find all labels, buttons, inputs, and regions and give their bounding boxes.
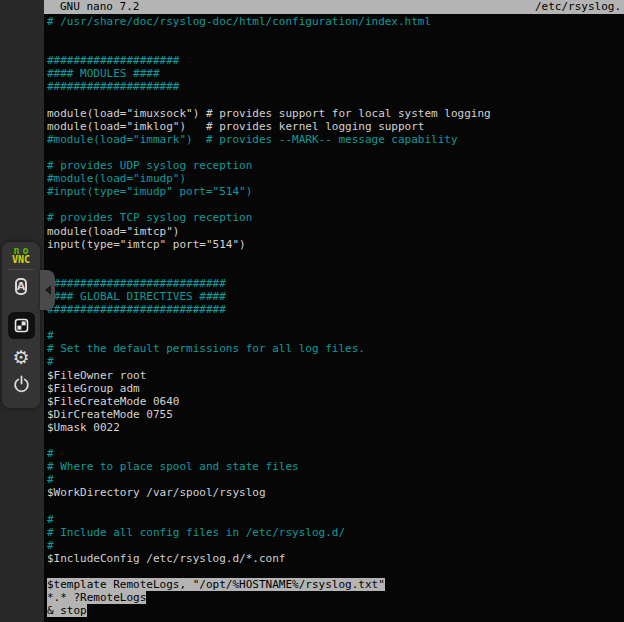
editor-line[interactable] xyxy=(47,434,624,447)
fullscreen-button[interactable] xyxy=(8,303,35,339)
editor-line[interactable] xyxy=(47,264,624,277)
control-bar-handle[interactable] xyxy=(40,270,55,310)
editor-line[interactable]: #################### xyxy=(47,54,624,67)
nano-filename-label: /etc/rsyslog. xyxy=(535,0,621,14)
editor-line[interactable]: # xyxy=(47,513,624,526)
editor-line-selected[interactable]: & stop xyxy=(47,604,624,617)
editor-line[interactable] xyxy=(47,251,624,264)
nano-version-label: GNU nano 7.2 xyxy=(60,0,139,14)
novnc-control-bar: no VNC A ⚙ xyxy=(2,242,40,408)
editor-line[interactable]: ########################### xyxy=(47,277,624,290)
editor-line[interactable] xyxy=(47,28,624,41)
editor-line[interactable]: # xyxy=(47,539,624,552)
editor-line-selected[interactable]: *.* ?RemoteLogs xyxy=(47,591,624,604)
editor-line[interactable]: #module(load="imudp") xyxy=(47,172,624,185)
collapse-arrow-icon xyxy=(45,285,51,295)
editor-line[interactable]: # Include all config files in /etc/rsysl… xyxy=(47,526,624,539)
editor-line[interactable]: # Set the default permissions for all lo… xyxy=(47,342,624,355)
novnc-logo-bottom: VNC xyxy=(2,255,40,264)
editor-line[interactable]: #module(load="immark") # provides --MARK… xyxy=(47,133,624,146)
editor-line[interactable] xyxy=(47,316,624,329)
editor-line[interactable]: $FileOwner root xyxy=(47,369,624,382)
editor-line[interactable]: $FileGroup adm xyxy=(47,382,624,395)
editor-line[interactable] xyxy=(47,198,624,211)
editor-line[interactable] xyxy=(47,41,624,54)
editor-line[interactable]: module(load="imtcp") xyxy=(47,225,624,238)
editor-line[interactable]: module(load="imuxsock") # provides suppo… xyxy=(47,107,624,120)
editor-line[interactable]: module(load="imklog") # provides kernel … xyxy=(47,120,624,133)
editor-line-selected[interactable]: $template RemoteLogs, "/opt/%HOSTNAME%/r… xyxy=(47,578,624,591)
editor-line[interactable]: # xyxy=(47,473,624,486)
editor-line[interactable]: # xyxy=(47,329,624,342)
editor-line[interactable]: # /usr/share/doc/rsyslog-doc/html/config… xyxy=(47,15,624,28)
editor-line[interactable]: input(type="imtcp" port="514") xyxy=(47,238,624,251)
editor-line[interactable]: $DirCreateMode 0755 xyxy=(47,408,624,421)
editor-line[interactable]: ########################### xyxy=(47,303,624,316)
control-bar-divider xyxy=(8,269,34,270)
editor-line[interactable]: #### GLOBAL DIRECTIVES #### xyxy=(47,290,624,303)
editor-line[interactable]: $Umask 0022 xyxy=(47,421,624,434)
editor-line[interactable]: $FileCreateMode 0640 xyxy=(47,395,624,408)
fullscreen-icon xyxy=(8,312,35,339)
editor-line[interactable] xyxy=(47,565,624,578)
editor-line[interactable]: # provides UDP syslog reception xyxy=(47,159,624,172)
editor-line[interactable]: $WorkDirectory /var/spool/rsyslog xyxy=(47,486,624,499)
editor-line[interactable]: #################### xyxy=(47,80,624,93)
novnc-logo: no VNC xyxy=(2,242,40,264)
editor-line[interactable] xyxy=(47,94,624,107)
extra-keys-button[interactable]: A xyxy=(15,278,28,295)
settings-button[interactable]: ⚙ xyxy=(12,347,29,367)
editor-line[interactable] xyxy=(47,499,624,512)
nano-titlebar: GNU nano 7.2 /etc/rsyslog. xyxy=(44,0,624,14)
editor-line[interactable] xyxy=(47,146,624,159)
editor-line[interactable]: # provides TCP syslog reception xyxy=(47,211,624,224)
gear-icon: ⚙ xyxy=(12,346,29,368)
editor-line[interactable]: # Where to place spool and state files xyxy=(47,460,624,473)
terminal-window[interactable]: GNU nano 7.2 /etc/rsyslog. # /usr/share/… xyxy=(44,0,624,622)
editor-buffer[interactable]: # /usr/share/doc/rsyslog-doc/html/config… xyxy=(44,14,624,617)
editor-line[interactable]: #### MODULES #### xyxy=(47,67,624,80)
editor-line[interactable]: # xyxy=(47,355,624,368)
editor-line[interactable]: # xyxy=(47,447,624,460)
disconnect-button[interactable] xyxy=(12,375,31,394)
power-icon xyxy=(12,375,31,394)
editor-line[interactable]: #input(type="imudp" port="514") xyxy=(47,185,624,198)
a-key-icon: A xyxy=(15,278,28,295)
editor-line[interactable]: $IncludeConfig /etc/rsyslog.d/*.conf xyxy=(47,552,624,565)
